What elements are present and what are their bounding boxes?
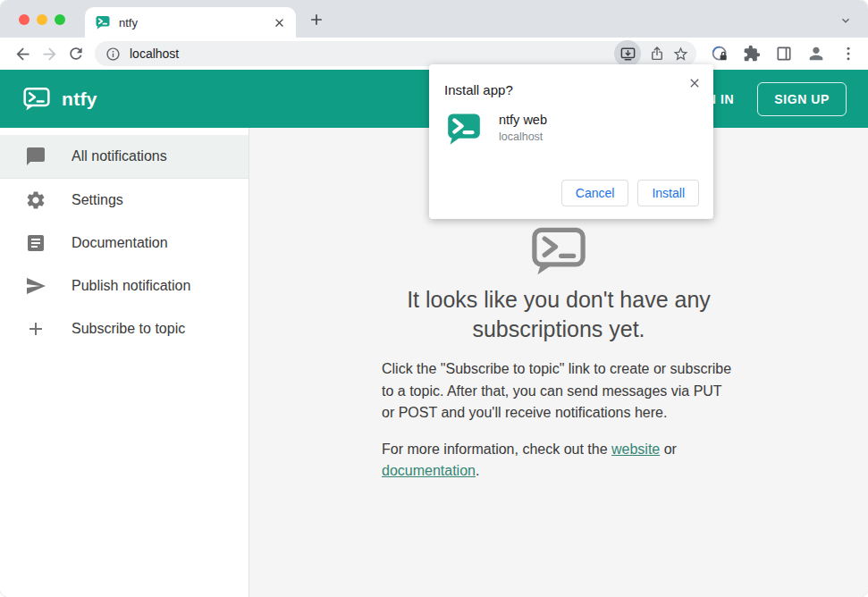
forward-icon[interactable]	[38, 43, 60, 64]
close-icon[interactable]	[687, 76, 702, 90]
back-icon[interactable]	[12, 43, 33, 64]
sidebar-item-all-notifications[interactable]: All notifications	[0, 135, 249, 178]
sidebar-item-publish-notification[interactable]: Publish notification	[0, 265, 249, 307]
close-window-button[interactable]	[19, 14, 29, 25]
tab-title: ntfy	[119, 16, 272, 29]
sidebar-item-label: Documentation	[72, 235, 168, 251]
sidebar-item-documentation[interactable]: Documentation	[0, 222, 249, 265]
paragraph-text: For more information, check out the	[382, 441, 611, 457]
website-link[interactable]: website	[611, 441, 660, 457]
browser-menu-icon[interactable]	[838, 43, 859, 64]
extensions-puzzle-icon[interactable]	[741, 43, 763, 64]
minimize-window-button[interactable]	[37, 14, 47, 25]
install-button[interactable]: Install	[637, 180, 699, 206]
app-title: ntfy	[62, 88, 97, 110]
ntfy-logo-gray-icon	[530, 226, 587, 276]
empty-state-heading: It looks like you don't have any subscri…	[362, 285, 755, 344]
sidebar-item-label: Settings	[72, 192, 123, 208]
address-bar[interactable]: localhost	[95, 41, 696, 66]
paragraph-text: .	[476, 463, 479, 478]
password-manager-extension-icon[interactable]	[709, 43, 730, 64]
dialog-title: Install app?	[429, 64, 713, 97]
sign-up-button[interactable]: SIGN UP	[757, 82, 847, 116]
sidebar-item-label: Subscribe to topic	[72, 321, 185, 337]
new-tab-button[interactable]	[308, 11, 325, 29]
tab-close-icon[interactable]	[272, 15, 287, 30]
gear-icon	[25, 189, 46, 211]
empty-state-paragraph-links: For more information, check out the webs…	[382, 439, 736, 483]
traffic-lights	[19, 14, 65, 25]
plus-icon	[25, 318, 46, 340]
ntfy-app-icon	[447, 112, 481, 146]
paragraph-text: or	[660, 441, 677, 457]
side-panel-icon[interactable]	[773, 43, 795, 64]
sidebar-item-settings[interactable]: Settings	[0, 179, 249, 222]
documentation-link[interactable]: documentation	[382, 463, 476, 478]
install-app-icon[interactable]	[614, 40, 641, 67]
tab-strip: ntfy	[0, 0, 868, 38]
article-icon	[25, 232, 46, 254]
cancel-button[interactable]: Cancel	[561, 180, 629, 206]
sidebar-item-label: All notifications	[72, 148, 167, 164]
reload-icon[interactable]	[65, 43, 87, 64]
browser-tab[interactable]: ntfy	[85, 7, 296, 38]
sidebar: All notifications Settings Documentation	[0, 128, 249, 597]
dialog-app-name: ntfy web	[499, 113, 547, 127]
sidebar-item-label: Publish notification	[72, 278, 190, 294]
url-text[interactable]: localhost	[130, 46, 614, 61]
empty-state-paragraph: Click the "Subscribe to topic" link to c…	[382, 358, 736, 425]
sidebar-item-subscribe-to-topic[interactable]: Subscribe to topic	[0, 307, 249, 350]
chat-icon	[25, 146, 46, 167]
zoom-window-button[interactable]	[55, 14, 65, 25]
browser-window: ntfy localhost	[0, 0, 868, 597]
bookmark-star-icon[interactable]	[672, 46, 689, 63]
install-app-dialog: Install app? ntfy web localhost Cancel I…	[429, 64, 713, 219]
send-icon	[25, 275, 46, 297]
share-icon[interactable]	[648, 46, 665, 63]
dialog-app-origin: localhost	[499, 130, 547, 143]
ntfy-logo-icon	[23, 87, 50, 111]
tab-search-chevron-down-icon[interactable]	[839, 13, 853, 28]
ntfy-favicon-icon	[96, 15, 110, 29]
site-info-icon[interactable]	[105, 46, 121, 62]
profile-avatar-icon[interactable]	[805, 43, 827, 64]
